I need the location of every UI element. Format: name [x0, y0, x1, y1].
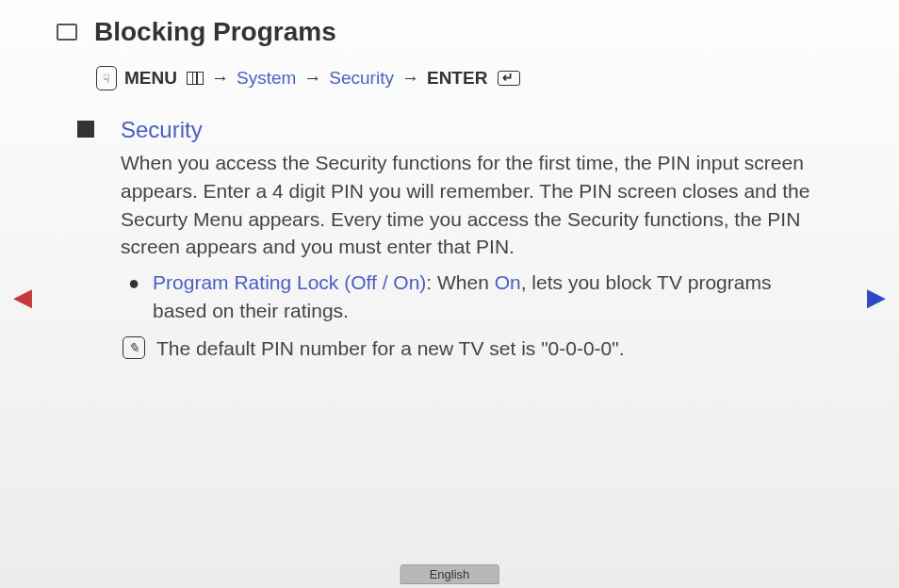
breadcrumb-system[interactable]: System	[237, 68, 296, 89]
page-title: Blocking Programs	[94, 17, 336, 47]
language-tab[interactable]: English	[400, 564, 499, 584]
section-heading: Security	[121, 117, 824, 143]
breadcrumb-enter: ENTER	[427, 68, 487, 89]
section-paragraph: When you access the Security functions f…	[121, 149, 824, 261]
nav-prev-button[interactable]: ◀	[13, 283, 32, 312]
note-text: The default PIN number for a new TV set …	[156, 335, 625, 363]
hand-icon: ☟	[96, 66, 117, 90]
arrow-icon: →	[401, 68, 419, 89]
bullet-on: On	[495, 271, 521, 293]
dot-bullet-icon: ●	[128, 270, 139, 295]
bullet-label: Program Rating Lock (Off / On)	[153, 271, 426, 293]
menu-icon	[187, 72, 204, 85]
breadcrumb: ☟ MENU → System → Security → ENTER	[96, 66, 842, 90]
nav-next-button[interactable]: ▶	[867, 283, 886, 312]
bullet-sep: : When	[426, 271, 494, 293]
arrow-icon: →	[211, 68, 229, 89]
enter-icon	[498, 71, 520, 86]
square-bullet-icon	[77, 121, 94, 138]
arrow-icon: →	[303, 68, 321, 89]
book-icon	[57, 24, 77, 41]
bullet-item: Program Rating Lock (Off / On): When On,…	[153, 269, 824, 325]
breadcrumb-security[interactable]: Security	[329, 68, 394, 89]
note-icon: ✎	[123, 336, 145, 359]
breadcrumb-menu: MENU	[124, 68, 177, 89]
